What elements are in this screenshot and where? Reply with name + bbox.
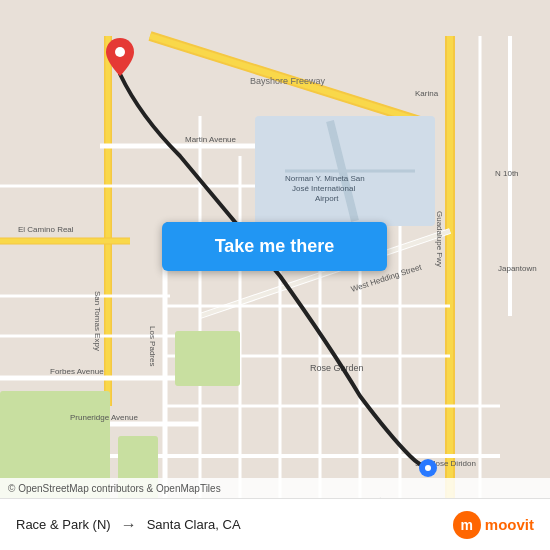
moovit-logo: m moovit <box>453 511 534 539</box>
moovit-text: moovit <box>485 516 534 533</box>
attribution-text: © OpenStreetMap contributors & OpenMapTi… <box>8 483 221 494</box>
bottom-bar: Race & Park (N) → Santa Clara, CA m moov… <box>0 498 550 550</box>
attribution-bar: © OpenStreetMap contributors & OpenMapTi… <box>0 478 550 498</box>
map-background <box>0 0 550 550</box>
take-me-there-button[interactable]: Take me there <box>162 222 387 271</box>
map-area[interactable]: Bayshore Freeway Martin Avenue El Camino… <box>0 0 550 550</box>
route-from-label: Race & Park (N) <box>16 517 111 532</box>
route-arrow-icon: → <box>121 516 137 534</box>
route-to-label: Santa Clara, CA <box>147 517 241 532</box>
app: Bayshore Freeway Martin Avenue El Camino… <box>0 0 550 550</box>
moovit-m-icon: m <box>453 511 481 539</box>
